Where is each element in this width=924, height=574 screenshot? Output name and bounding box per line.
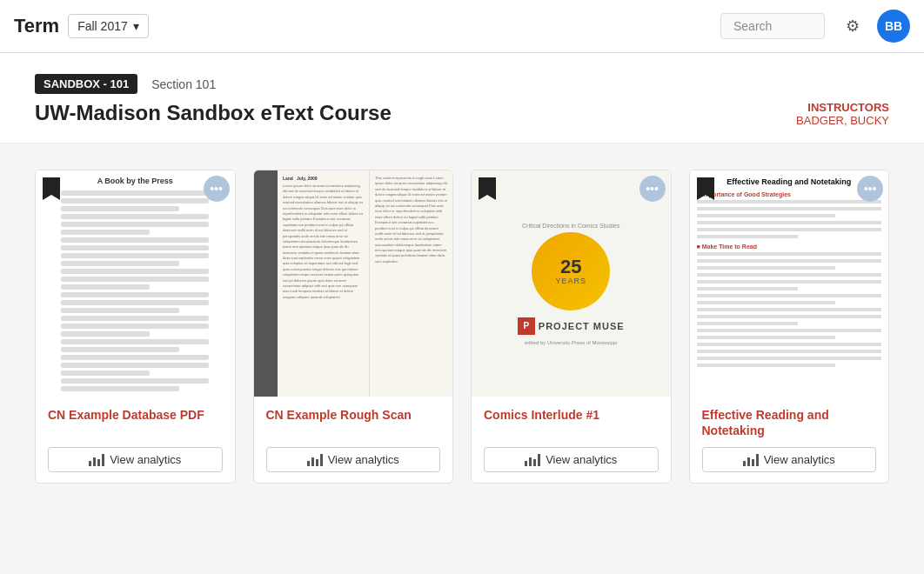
thumb-line <box>61 331 150 337</box>
card-title-3: Comics Interlude #1 <box>484 407 659 423</box>
search-box[interactable]: Search <box>720 13 825 39</box>
view-analytics-button-2[interactable]: View analytics <box>266 447 441 472</box>
reading-line <box>697 336 835 339</box>
card-title-2: CN Example Rough Scan <box>266 407 441 423</box>
reading-line <box>697 235 799 238</box>
user-avatar[interactable]: BB <box>877 10 910 43</box>
bar-chart-icon <box>307 454 323 466</box>
term-dropdown[interactable]: Fall 2017 ▾ <box>68 14 149 38</box>
reading-line <box>697 214 835 217</box>
course-badge: SANDBOX - 101 <box>35 74 137 94</box>
reading-line <box>697 273 882 277</box>
reading-line <box>697 252 882 256</box>
reading-line <box>697 294 882 297</box>
main-content: ••• A Book by the Press <box>0 144 924 510</box>
more-options-button[interactable]: ••• <box>857 176 883 202</box>
reading-line <box>697 301 835 304</box>
thumb-line <box>61 316 209 321</box>
reading-line <box>697 364 835 367</box>
bar-chart-icon <box>743 454 759 466</box>
course-badge-row: SANDBOX - 101 Section 101 <box>35 74 889 94</box>
thumb-line <box>61 300 209 305</box>
view-analytics-label-4: View analytics <box>764 453 835 466</box>
thumb-line <box>61 253 209 258</box>
card-thumbnail-3: ••• Critical Directions in Comics Studie… <box>472 170 671 397</box>
comics-years-label: YEARS <box>555 277 586 285</box>
thumb-line <box>61 261 179 266</box>
reading-line <box>697 329 882 332</box>
reading-thumbnail: Effective Reading and Notetaking ■ Impor… <box>690 170 889 397</box>
card-comics-interlude: ••• Critical Directions in Comics Studie… <box>471 170 672 484</box>
card-body-2: CN Example Rough Scan View analytics <box>254 397 453 483</box>
pdf-thumbnail: A Book by the Press <box>36 170 235 397</box>
instructors-block: INSTRUCTORS BADGER, BUCKY <box>796 101 889 127</box>
bookmark-icon <box>697 177 714 200</box>
course-title: UW-Madison Sandbox eText Course <box>35 101 392 125</box>
reading-line <box>697 207 882 210</box>
instructor-name: BADGER, BUCKY <box>796 114 889 127</box>
thumb-line <box>61 230 150 235</box>
gear-icon: ⚙ <box>846 17 860 36</box>
reading-line <box>697 322 799 325</box>
thumb-line <box>61 355 209 360</box>
term-label: Term <box>14 15 59 37</box>
bookmark-icon <box>43 177 60 200</box>
reading-line <box>697 350 882 353</box>
thumb-line <box>61 324 209 329</box>
project-muse-label: PROJECT MUSE <box>539 321 625 331</box>
thumb-line <box>61 284 150 290</box>
thumb-line <box>61 378 209 384</box>
reading-line <box>697 357 882 360</box>
settings-button[interactable]: ⚙ <box>835 9 870 43</box>
thumb-line <box>61 269 209 274</box>
thumb-line <box>61 308 179 313</box>
reading-section-2: ■ Make Time to Read <box>697 244 882 250</box>
view-analytics-button-3[interactable]: View analytics <box>484 447 659 472</box>
section-label: Section 101 <box>151 77 216 91</box>
course-title-row: UW-Madison Sandbox eText Course INSTRUCT… <box>35 101 889 127</box>
comics-thumbnail: Critical Directions in Comics Studies 25… <box>472 170 671 397</box>
thumb-line <box>61 370 150 376</box>
reading-line <box>697 266 835 270</box>
card-cn-database-pdf: ••• A Book by the Press <box>35 170 236 484</box>
view-analytics-label-1: View analytics <box>110 453 181 466</box>
reading-line <box>697 200 882 204</box>
bar-chart-icon <box>525 454 540 466</box>
thumb-line <box>61 292 209 297</box>
chevron-down-icon: ▾ <box>133 19 139 33</box>
reading-line <box>697 308 882 311</box>
card-body-3: Comics Interlude #1 View analytics <box>472 397 671 483</box>
card-body-1: CN Example Database PDF View analytics <box>36 397 235 483</box>
card-title-4: Effective Reading and Notetaking <box>702 407 877 438</box>
comics-years: 25 <box>560 257 581 277</box>
view-analytics-button-1[interactable]: View analytics <box>48 447 223 472</box>
view-analytics-button-4[interactable]: View analytics <box>702 447 877 472</box>
thumb-line <box>61 190 209 196</box>
reading-line <box>697 287 799 290</box>
reading-section-1: ■ Importance of Good Strategies <box>697 191 882 197</box>
more-options-button[interactable]: ••• <box>639 176 666 202</box>
thumb-line <box>61 347 179 352</box>
reading-doc-title: Effective Reading and Notetaking <box>697 177 882 186</box>
cards-grid: ••• A Book by the Press <box>35 170 889 484</box>
thumb-line <box>61 245 209 250</box>
reading-line <box>697 315 882 318</box>
thumb-line <box>61 237 209 243</box>
card-thumbnail-2: ••• Land July, 2009 Lorem ipsum dolor si… <box>254 170 453 397</box>
thumb-line <box>61 363 209 368</box>
card-thumbnail-4: ••• Effective Reading and Notetaking ■ I… <box>690 170 889 397</box>
comics-badge: 25 YEARS <box>532 232 610 310</box>
card-title-1: CN Example Database PDF <box>48 407 223 423</box>
avatar-initials: BB <box>885 19 902 33</box>
reading-line <box>697 228 882 231</box>
thumb-line <box>61 214 209 219</box>
reading-line <box>697 259 882 263</box>
more-options-button[interactable]: ••• <box>204 176 230 202</box>
instructors-label: INSTRUCTORS <box>796 101 889 114</box>
view-analytics-label-3: View analytics <box>546 453 617 466</box>
app-header: Term Fall 2017 ▾ Search ⚙ BB <box>0 0 924 53</box>
search-label: Search <box>733 19 772 33</box>
reading-line <box>697 280 882 284</box>
thumb-line <box>61 339 209 344</box>
bar-chart-icon <box>89 454 104 466</box>
